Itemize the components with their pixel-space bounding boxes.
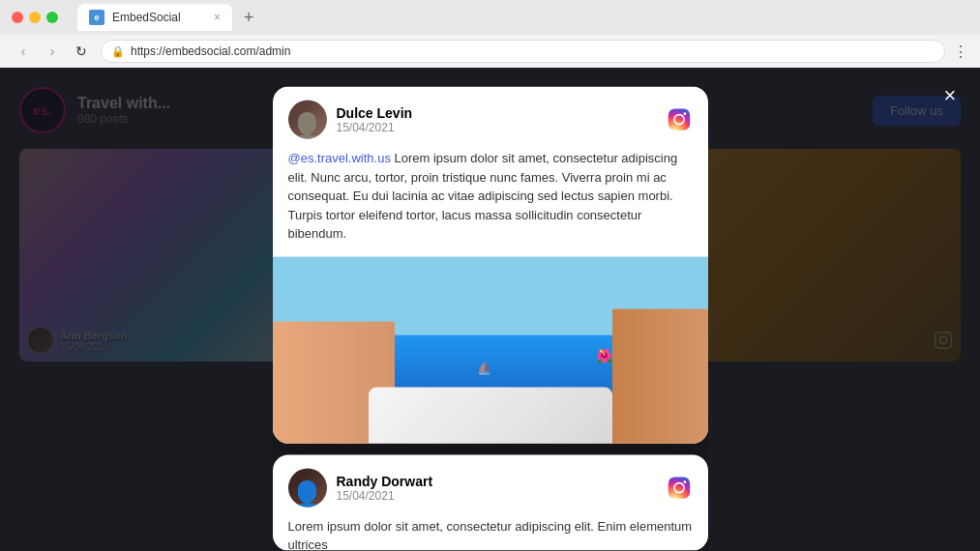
nav-buttons: ‹ › ↻ <box>12 40 93 63</box>
tab-close-button[interactable]: × <box>214 11 221 24</box>
post-2-header: Randy Dorwart 15/04/2021 <box>273 454 708 516</box>
post-2-avatar <box>288 468 327 507</box>
svg-point-12 <box>683 480 686 483</box>
svg-rect-10 <box>668 477 689 498</box>
reload-button[interactable]: ↻ <box>70 40 93 63</box>
url-text: https://embedsocial.com/admin <box>131 44 290 58</box>
post-2-body: Lorem ipsum dolor sit amet, consectetur … <box>288 518 693 550</box>
post-2-text: Lorem ipsum dolor sit amet, consectetur … <box>273 516 708 550</box>
svg-rect-6 <box>668 108 689 130</box>
back-button[interactable]: ‹ <box>12 40 35 63</box>
post-1-avatar <box>288 101 327 139</box>
lock-icon: 🔒 <box>111 45 125 58</box>
new-tab-button[interactable]: + <box>244 9 254 26</box>
post-1-username: Dulce Levin <box>337 105 666 121</box>
browser-menu-button[interactable]: ⋮ <box>953 43 968 61</box>
main-content: es. Travel with... 980 posts Follow us A… <box>0 68 980 551</box>
post-card-1: Dulce Levin 15/04/2021 <box>273 87 708 444</box>
post-1-mention[interactable]: @es.travel.with.us <box>288 151 391 165</box>
post-1-instagram-icon <box>666 106 693 133</box>
post-1-date: 15/04/2021 <box>337 121 666 134</box>
browser-addressbar: ‹ › ↻ 🔒 https://embedsocial.com/admin ⋮ <box>0 35 980 68</box>
browser-titlebar: e EmbedSocial × + <box>0 0 980 35</box>
close-window-button[interactable] <box>12 12 23 23</box>
svg-point-9 <box>683 112 686 115</box>
post-2-user-info: Randy Dorwart 15/04/2021 <box>337 473 666 502</box>
tab-favicon: e <box>89 10 104 25</box>
tab-title: EmbedSocial <box>112 11 206 24</box>
traffic-lights <box>12 12 58 23</box>
post-card-2: Randy Dorwart 15/04/2021 <box>273 454 708 550</box>
close-icon: × <box>944 83 957 108</box>
modal-container: Dulce Levin 15/04/2021 <box>273 87 708 551</box>
post-1-user-info: Dulce Levin 15/04/2021 <box>337 105 666 134</box>
post-1-header: Dulce Levin 15/04/2021 <box>273 87 708 149</box>
minimize-window-button[interactable] <box>29 12 41 23</box>
post-1-image: 🪴 🌺 ⛵ <box>273 256 708 443</box>
post-1-text: @es.travel.with.us Lorem ipsum dolor sit… <box>273 149 708 257</box>
browser-tab[interactable]: e EmbedSocial × <box>77 4 232 31</box>
address-bar[interactable]: 🔒 https://embedsocial.com/admin <box>101 40 945 63</box>
santorini-sea <box>273 334 708 408</box>
maximize-window-button[interactable] <box>46 12 58 23</box>
post-2-username: Randy Dorwart <box>337 473 666 488</box>
forward-button[interactable]: › <box>41 40 64 63</box>
modal-close-button[interactable]: × <box>935 81 965 110</box>
post-2-instagram-icon <box>666 474 693 501</box>
browser-chrome: e EmbedSocial × + ‹ › ↻ 🔒 https://embeds… <box>0 0 980 68</box>
post-2-date: 15/04/2021 <box>337 488 666 502</box>
